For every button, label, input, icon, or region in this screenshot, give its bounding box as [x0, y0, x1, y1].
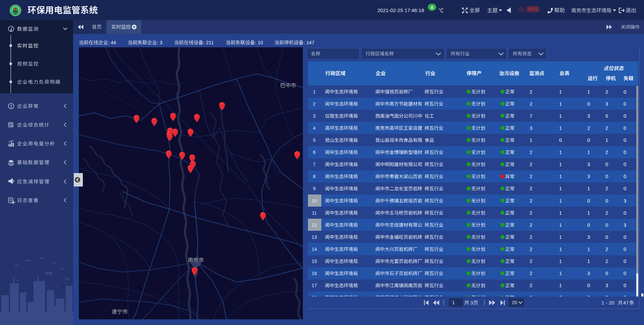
svg-text:: 3: : 3 [157, 40, 162, 45]
svg-text:: 211: : 211 [203, 40, 214, 45]
svg-text:: 147: : 147 [304, 40, 314, 45]
svg-text:: 10: : 10 [255, 40, 263, 45]
svg-text:: 44: : 44 [108, 40, 116, 45]
